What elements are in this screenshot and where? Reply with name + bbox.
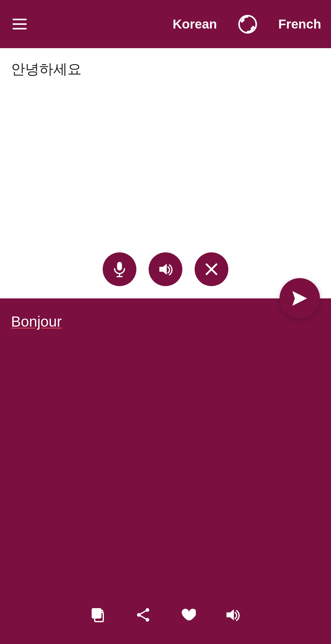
send-icon [290, 289, 310, 308]
copy-icon [90, 607, 106, 623]
svg-line-15 [139, 615, 147, 620]
translate-button[interactable] [280, 278, 320, 319]
speaker-translation-icon [225, 607, 241, 623]
share-button[interactable] [126, 598, 160, 632]
language-selector: Korean French [173, 12, 321, 36]
svg-line-14 [139, 610, 147, 615]
share-icon [135, 607, 151, 623]
microphone-icon [112, 261, 127, 277]
svg-marker-7 [292, 291, 307, 306]
source-panel: 안녕하세요 [0, 48, 331, 300]
copy-button[interactable] [82, 598, 115, 632]
translation-action-bar [0, 598, 331, 632]
source-text[interactable]: 안녕하세요 [0, 48, 331, 90]
speaker-icon [158, 261, 173, 277]
svg-marker-4 [159, 264, 167, 275]
source-language-label[interactable]: Korean [173, 17, 217, 32]
speak-source-button[interactable] [149, 252, 182, 286]
swap-icon [238, 14, 257, 34]
svg-marker-16 [226, 609, 234, 620]
target-language-label[interactable]: French [278, 17, 321, 32]
menu-button[interactable] [10, 14, 29, 34]
clear-button[interactable] [195, 252, 228, 286]
svg-point-0 [239, 16, 256, 33]
hamburger-icon [13, 19, 27, 29]
swap-languages-button[interactable] [235, 12, 260, 36]
close-icon [204, 261, 219, 277]
app-header: Korean French [0, 0, 331, 48]
translation-panel: Bonjour [0, 300, 331, 644]
speak-translation-button[interactable] [216, 598, 249, 632]
source-action-bar [0, 252, 331, 286]
microphone-button[interactable] [103, 252, 136, 286]
favorite-button[interactable] [171, 598, 205, 632]
svg-rect-9 [92, 609, 101, 618]
heart-icon [180, 607, 196, 623]
svg-rect-1 [117, 262, 122, 270]
